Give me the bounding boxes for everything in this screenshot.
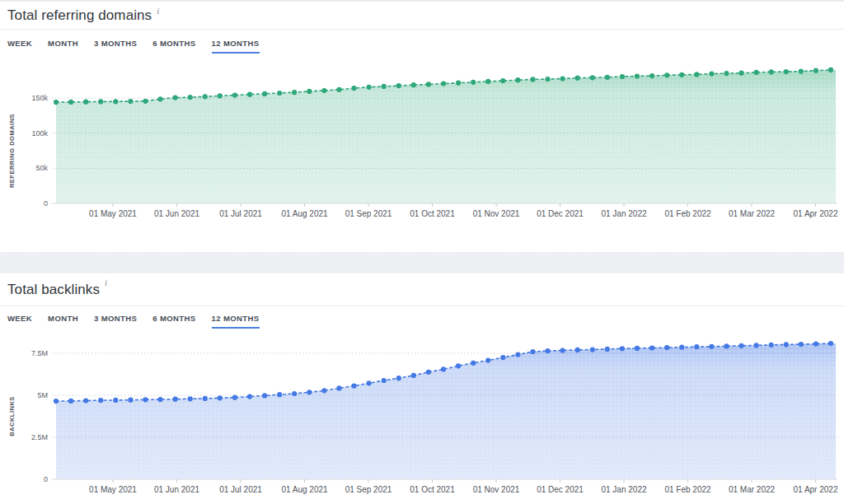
tab-6-months[interactable]: 6 MONTHS [152,39,195,54]
svg-text:01 Aug 2021: 01 Aug 2021 [281,485,328,494]
referring-domains-time-range-tabs: WEEKMONTH3 MONTHS6 MONTHS12 MONTHS [0,30,844,59]
backlinks-header: Total backlinks i [0,273,844,306]
svg-text:01 Jun 2021: 01 Jun 2021 [154,209,199,218]
svg-text:01 Oct 2021: 01 Oct 2021 [410,485,455,494]
svg-text:5M: 5M [37,391,48,399]
svg-text:01 May 2021: 01 May 2021 [89,209,137,218]
referring-domains-title: Total referring domains [7,7,152,24]
svg-text:01 Jul 2021: 01 Jul 2021 [219,209,262,218]
svg-text:01 Sep 2021: 01 Sep 2021 [345,485,392,494]
svg-text:01 Dec 2021: 01 Dec 2021 [537,485,584,494]
svg-text:0: 0 [44,199,48,208]
svg-text:01 Jan 2022: 01 Jan 2022 [601,209,646,218]
svg-text:BACKLINKS: BACKLINKS [8,396,16,436]
referring-domains-header: Total referring domains i [0,2,844,30]
backlinks-card: Total backlinks i WEEKMONTH3 MONTHS6 MON… [0,273,844,504]
tab-12-months[interactable]: 12 MONTHS [212,314,260,329]
info-icon[interactable]: i [105,273,107,287]
tab-week[interactable]: WEEK [7,39,32,54]
svg-text:01 Oct 2021: 01 Oct 2021 [410,209,455,218]
svg-text:01 Jun 2021: 01 Jun 2021 [154,485,199,494]
svg-text:01 Jul 2021: 01 Jul 2021 [219,485,262,494]
svg-text:01 Mar 2022: 01 Mar 2022 [729,485,776,494]
svg-text:01 Feb 2022: 01 Feb 2022 [664,209,711,218]
svg-text:01 Apr 2022: 01 Apr 2022 [794,209,838,218]
svg-text:01 Aug 2021: 01 Aug 2021 [281,209,328,218]
svg-text:01 Dec 2021: 01 Dec 2021 [537,209,584,218]
svg-text:2.5M: 2.5M [31,433,48,441]
svg-text:0: 0 [44,475,48,483]
backlinks-title: Total backlinks [7,282,100,298]
referring-domains-card: Total referring domains i WEEKMONTH3 MON… [0,0,844,252]
backlinks-chart[interactable]: 02.5M5M7.5M01 May 202101 Jun 202101 Jul … [0,334,844,504]
referring-domains-chart[interactable]: 050k100k150k01 May 202101 Jun 202101 Jul… [0,59,844,252]
svg-text:01 May 2021: 01 May 2021 [89,485,137,494]
tab-6-months[interactable]: 6 MONTHS [152,314,195,329]
svg-text:01 Nov 2021: 01 Nov 2021 [473,485,520,494]
tab-3-months[interactable]: 3 MONTHS [94,39,137,54]
svg-text:01 Feb 2022: 01 Feb 2022 [664,485,711,494]
section-divider [0,252,844,273]
info-icon[interactable]: i [157,2,159,16]
tab-12-months[interactable]: 12 MONTHS [212,39,260,54]
svg-text:7.5M: 7.5M [31,349,48,357]
svg-text:150k: 150k [31,94,48,102]
svg-text:REFERRING DOMAINS: REFERRING DOMAINS [8,114,16,188]
svg-text:01 Mar 2022: 01 Mar 2022 [729,209,776,218]
backlinks-analytics-page: Total referring domains i WEEKMONTH3 MON… [0,0,844,504]
tab-3-months[interactable]: 3 MONTHS [94,314,137,329]
svg-text:100k: 100k [31,129,48,138]
svg-text:01 Apr 2022: 01 Apr 2022 [794,485,838,494]
svg-text:01 Sep 2021: 01 Sep 2021 [345,209,392,218]
tab-month[interactable]: MONTH [48,314,78,329]
tab-month[interactable]: MONTH [48,39,78,54]
svg-text:01 Nov 2021: 01 Nov 2021 [473,209,520,218]
svg-text:50k: 50k [35,164,48,172]
tab-week[interactable]: WEEK [7,314,32,329]
svg-text:01 Jan 2022: 01 Jan 2022 [601,485,646,494]
backlinks-time-range-tabs: WEEKMONTH3 MONTHS6 MONTHS12 MONTHS [0,306,844,334]
